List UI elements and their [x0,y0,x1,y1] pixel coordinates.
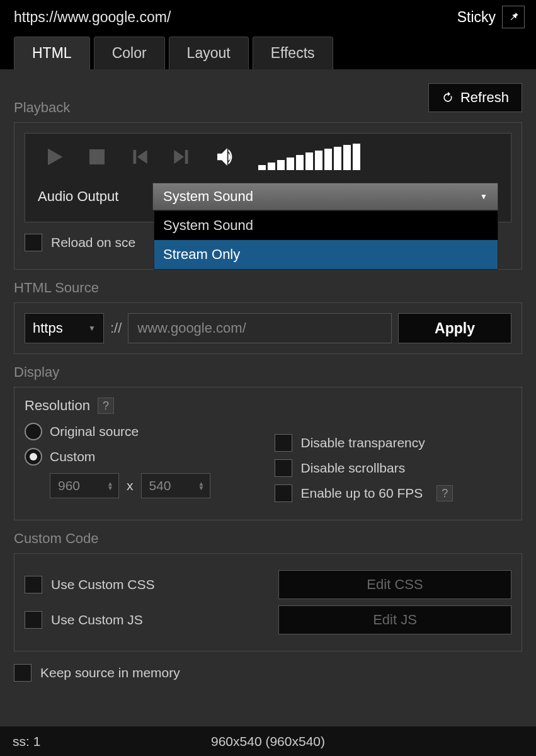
audio-output-selected: System Sound [163,188,253,205]
sticky-label: Sticky [457,9,496,26]
reload-on-scene-checkbox[interactable] [25,234,42,251]
radio-original-label: Original source [50,424,139,439]
svg-rect-0 [89,149,105,164]
refresh-icon [442,91,454,104]
next-icon[interactable] [170,145,194,169]
reload-on-scene-label: Reload on sce [51,235,135,250]
spinner-icon: ▲▼ [198,481,205,490]
radio-custom[interactable] [25,448,42,466]
prev-icon[interactable] [127,145,151,169]
use-custom-css-checkbox[interactable] [25,576,42,593]
playback-fieldset: Audio Output System Sound ▼ System Sound… [14,122,522,270]
width-input[interactable]: 960 ▲▼ [50,473,119,498]
use-custom-js-label: Use Custom JS [51,612,143,627]
display-fieldset: Resolution ? Original source Custom 960 … [14,387,522,520]
status-bar: ss: 1 960x540 (960x540) [0,726,536,756]
section-display-label: Display [14,364,522,381]
keep-source-in-memory-checkbox[interactable] [14,664,31,682]
use-custom-js-checkbox[interactable] [25,611,42,629]
chevron-down-icon: ▼ [88,324,96,333]
media-controls-box: Audio Output System Sound ▼ System Sound… [25,133,511,222]
pin-button[interactable] [502,6,525,28]
resolution-label: Resolution [25,398,90,414]
radio-custom-label: Custom [50,449,95,464]
enable-60fps-checkbox[interactable] [275,484,292,502]
url-separator: :// [110,320,122,336]
tab-bar: HTML Color Layout Effects [0,34,536,69]
edit-js-button[interactable]: Edit JS [278,605,511,634]
keep-source-label: Keep source in memory [40,665,180,680]
dimension-separator: x [127,478,134,493]
radio-original-source[interactable] [25,423,42,440]
status-dimensions: 960x540 (960x540) [211,734,325,749]
height-value: 540 [149,478,171,493]
source-url-title: https://www.google.com/ [14,9,171,26]
stop-icon[interactable] [86,146,108,168]
disable-scrollbars-label: Disable scrollbars [301,461,406,476]
fps-help-icon[interactable]: ? [436,485,453,501]
spinner-icon: ▲▼ [107,481,113,490]
tab-color[interactable]: Color [94,37,165,69]
apply-button[interactable]: Apply [398,313,511,343]
resolution-help-icon[interactable]: ? [98,398,114,414]
volume-icon[interactable] [213,144,239,170]
disable-transparency-label: Disable transparency [301,435,425,450]
tab-html[interactable]: HTML [14,37,90,69]
play-icon[interactable] [42,144,67,169]
audio-output-menu: System Sound Stream Only [154,210,498,270]
properties-panel: Refresh Playback Audio Output System Sou… [0,69,536,726]
width-value: 960 [58,478,80,493]
status-left: ss: 1 [13,734,40,749]
protocol-select[interactable]: https ▼ [25,313,104,343]
title-bar: https://www.google.com/ Sticky [0,0,536,34]
audio-option-system-sound[interactable]: System Sound [154,211,498,240]
section-html-source-label: HTML Source [14,280,522,296]
disable-scrollbars-checkbox[interactable] [275,459,292,477]
tab-layout[interactable]: Layout [169,37,249,69]
volume-meter[interactable] [258,144,360,170]
edit-css-button[interactable]: Edit CSS [278,570,511,599]
chevron-down-icon: ▼ [480,192,488,201]
height-input[interactable]: 540 ▲▼ [141,473,210,498]
pin-icon [507,11,520,23]
protocol-value: https [33,320,63,336]
audio-option-stream-only[interactable]: Stream Only [154,240,498,269]
audio-output-label: Audio Output [38,188,139,205]
tab-effects[interactable]: Effects [253,37,333,69]
enable-60fps-label: Enable up to 60 FPS [301,486,423,501]
audio-output-dropdown[interactable]: System Sound ▼ [152,183,498,210]
disable-transparency-checkbox[interactable] [275,434,292,452]
use-custom-css-label: Use Custom CSS [51,577,155,592]
section-custom-code-label: Custom Code [14,530,522,547]
custom-code-fieldset: Use Custom CSS Edit CSS Use Custom JS Ed… [14,553,522,651]
refresh-label: Refresh [460,89,509,106]
html-source-fieldset: https ▼ :// Apply [14,302,522,354]
url-input[interactable] [128,313,392,343]
refresh-button[interactable]: Refresh [428,83,522,112]
